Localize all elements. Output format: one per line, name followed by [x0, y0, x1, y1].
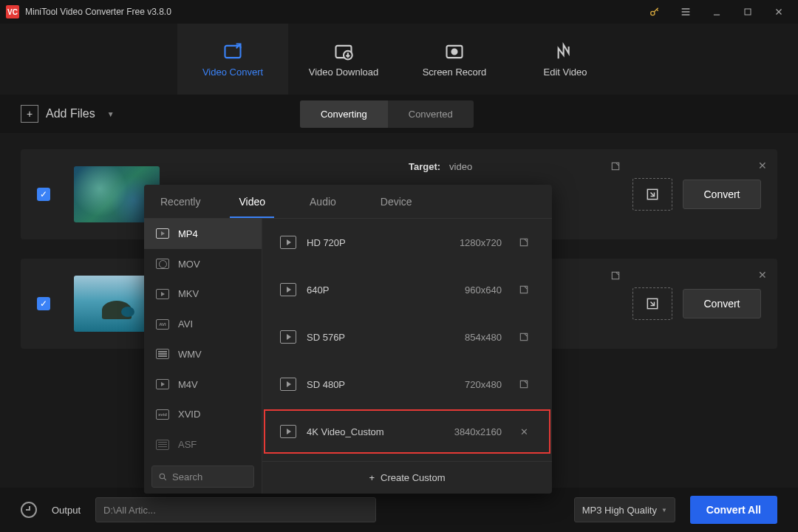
format-xvid[interactable]: xvidXVID — [144, 400, 262, 430]
app-logo-icon: VC — [6, 5, 19, 18]
tab-label: Screen Record — [423, 66, 487, 78]
convert-button[interactable]: Convert — [683, 289, 761, 318]
output-format-select[interactable]: MP3 High Quality ▼ — [574, 497, 675, 522]
svg-rect-1 — [745, 9, 751, 15]
svg-rect-7 — [612, 163, 618, 169]
add-files-label: Add Files — [46, 107, 95, 120]
video-file-icon — [280, 425, 296, 438]
app-title: MiniTool Video Converter Free v3.8.0 — [25, 7, 171, 17]
status-segmented: Converting Converted — [300, 100, 474, 128]
svg-rect-14 — [520, 333, 527, 340]
tab-label: Video Download — [309, 66, 378, 78]
tab-video-formats[interactable]: Video — [216, 185, 287, 218]
search-placeholder: Search — [172, 471, 202, 482]
tab-label: Video Convert — [202, 66, 263, 78]
video-file-icon — [280, 283, 296, 296]
main-feature-tabs: Video Convert Video Download Screen Reco… — [0, 24, 798, 95]
minimize-button[interactable] — [703, 0, 730, 24]
target-label: Target: — [409, 161, 440, 172]
format-mp4[interactable]: MP4 — [144, 219, 262, 249]
tab-video-download[interactable]: Video Download — [288, 24, 399, 95]
add-files-button[interactable]: + Add Files ▼ — [21, 105, 115, 123]
tab-recently[interactable]: Recently — [144, 185, 216, 218]
resolution-option[interactable]: SD 480P 720x480 — [262, 361, 552, 408]
format-mov[interactable]: MOV — [144, 249, 262, 279]
edit-target-icon[interactable] — [610, 161, 621, 174]
edit-preset-icon[interactable] — [518, 284, 530, 296]
resolution-option[interactable]: HD 720P 1280x720 — [262, 219, 552, 266]
target-value: video — [449, 161, 472, 172]
tab-device-formats[interactable]: Device — [358, 185, 434, 218]
svg-point-0 — [651, 11, 655, 15]
search-icon — [158, 472, 168, 482]
title-bar: VC MiniTool Video Converter Free v3.8.0 — [0, 0, 798, 24]
chevron-down-icon[interactable]: ▼ — [107, 110, 115, 118]
plus-icon: + — [21, 105, 38, 123]
create-custom-label: Create Custom — [381, 472, 445, 483]
toolbar: + Add Files ▼ Converting Converted — [0, 95, 798, 133]
create-custom-button[interactable]: + Create Custom — [262, 461, 552, 494]
video-file-icon — [280, 330, 296, 344]
tab-edit-video[interactable]: Edit Video — [510, 24, 621, 95]
format-list[interactable]: MP4 MOV MKV AVIAVI WMV M4V xvidXVID ASF … — [144, 219, 262, 494]
format-wmv[interactable]: WMV — [144, 339, 262, 369]
target-format-box[interactable] — [632, 287, 672, 320]
edit-target-icon[interactable] — [610, 270, 621, 283]
edit-preset-icon[interactable] — [518, 236, 530, 248]
schedule-icon[interactable] — [21, 502, 37, 518]
resolution-list[interactable]: HD 720P 1280x720 640P 960x640 SD 576P 85… — [262, 219, 552, 494]
menu-icon[interactable] — [672, 0, 699, 24]
output-label: Output — [52, 505, 81, 516]
svg-point-11 — [160, 474, 165, 479]
resolution-option[interactable]: 640P 960x640 — [262, 266, 552, 313]
video-file-icon — [280, 378, 296, 391]
edit-preset-icon[interactable] — [518, 378, 530, 390]
remove-file-icon[interactable]: ✕ — [758, 269, 767, 281]
format-search-input[interactable]: Search — [151, 466, 254, 488]
delete-preset-icon[interactable]: ✕ — [518, 426, 530, 437]
format-mkv[interactable]: MKV — [144, 279, 262, 310]
edit-preset-icon[interactable] — [518, 331, 530, 343]
resolution-option-custom[interactable]: 4K Video_Custom 3840x2160 ✕ — [262, 408, 552, 455]
video-file-icon — [280, 236, 296, 249]
footer-bar: Output D:\All Artic... Convert ... files… — [0, 488, 798, 532]
close-window-button[interactable] — [765, 0, 792, 24]
svg-rect-15 — [520, 381, 527, 387]
format-picker-popup: Recently Video Audio Device MP4 MOV MKV … — [144, 185, 552, 494]
upgrade-key-icon[interactable] — [641, 0, 668, 24]
convert-button[interactable]: Convert — [683, 180, 761, 209]
format-asf[interactable]: ASF — [144, 429, 262, 460]
tab-converted[interactable]: Converted — [388, 100, 474, 128]
svg-rect-13 — [520, 286, 527, 293]
convert-all-button[interactable]: Convert All — [690, 496, 777, 524]
tab-label: Edit Video — [543, 66, 587, 78]
remove-file-icon[interactable]: ✕ — [758, 160, 767, 171]
tab-screen-record[interactable]: Screen Record — [399, 24, 510, 95]
tab-video-convert[interactable]: Video Convert — [177, 24, 288, 95]
file-checkbox[interactable]: ✓ — [37, 297, 50, 310]
svg-rect-9 — [612, 272, 618, 279]
format-avi[interactable]: AVIAVI — [144, 309, 262, 339]
plus-icon: + — [369, 472, 375, 483]
svg-rect-2 — [225, 45, 241, 57]
tab-audio-formats[interactable]: Audio — [287, 185, 358, 218]
maximize-button[interactable] — [734, 0, 761, 24]
output-path-field[interactable]: D:\All Artic... — [95, 497, 376, 522]
target-format-box[interactable] — [632, 178, 672, 211]
format-category-tabs: Recently Video Audio Device — [144, 185, 552, 219]
format-m4v[interactable]: M4V — [144, 369, 262, 400]
svg-rect-12 — [520, 239, 527, 245]
tab-converting[interactable]: Converting — [300, 100, 388, 128]
resolution-option[interactable]: SD 576P 854x480 — [262, 313, 552, 361]
quality-value: MP3 High Quality — [582, 505, 657, 516]
svg-point-6 — [452, 49, 457, 54]
file-checkbox[interactable]: ✓ — [37, 188, 50, 201]
output-path-text: D:\All Artic... — [103, 505, 156, 516]
chevron-down-icon: ▼ — [661, 507, 667, 514]
